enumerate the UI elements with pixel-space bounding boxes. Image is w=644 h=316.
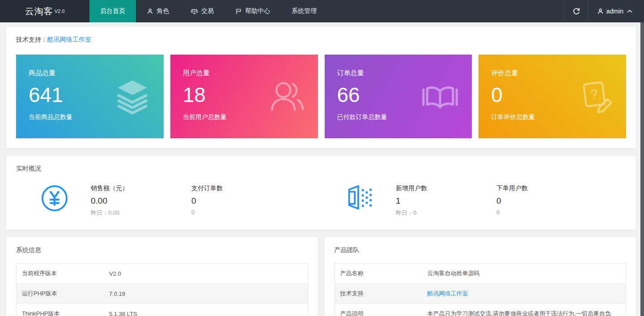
product-team-table: 产品名称 云淘客自动抢单源码 技术支持 酷讯网络工作室 产品说明 本产品只为学习… — [335, 263, 627, 316]
stat-value: 1 — [396, 196, 458, 206]
menu-item-roles[interactable]: 角色 — [136, 0, 180, 22]
user-icon — [597, 8, 604, 15]
stat-label: 新增用户数 — [396, 184, 458, 192]
door-dots-icon — [346, 184, 373, 212]
stat-sub: 0 — [191, 209, 254, 216]
refresh-button[interactable] — [565, 0, 588, 22]
menu-label: 后台首页 — [100, 7, 125, 15]
realtime-sales-half: 销售额（元） 0.00 昨日：0.00 支付订单数 0 0 — [16, 184, 321, 217]
review-pencil-icon: ? — [575, 79, 614, 115]
layers-icon — [113, 79, 152, 115]
tech-support-line: 技术支持：酷讯网络工作室 — [16, 36, 626, 44]
row-label: 当前程序版本 — [17, 264, 104, 284]
flag-icon — [235, 8, 242, 15]
stat-paid-orders: 支付订单数 0 0 — [191, 184, 254, 216]
card-subtitle: 订单评价总数量 — [491, 113, 614, 121]
row-value: 云淘客自动抢单源码 — [422, 264, 626, 284]
menu-label: 角色 — [157, 7, 169, 15]
realtime-title: 实时概况 — [16, 165, 626, 173]
stat-sub: 昨日：0 — [396, 209, 458, 217]
menu-item-trade[interactable]: 交易 — [180, 0, 225, 22]
tech-support-link[interactable]: 酷讯网络工作室 — [47, 36, 91, 43]
refresh-icon — [572, 7, 580, 15]
app-title: 云淘客 — [25, 5, 53, 17]
person-icon — [147, 8, 153, 15]
row-label: 产品说明 — [335, 304, 422, 316]
stat-card-orders: 订单总量 66 已付款订单总数量 — [325, 55, 472, 138]
menu-label: 系统管理 — [292, 7, 317, 15]
top-navbar: 云淘客 V2.0 后台首页 角色 交易 — [0, 0, 644, 22]
card-title: 订单总量 — [337, 69, 460, 77]
menu-item-home[interactable]: 后台首页 — [89, 0, 136, 22]
system-info-table: 当前程序版本 V2.0 运行PHP版本 7.0.19 ThinkPHP版本 5.… — [16, 263, 308, 316]
scales-icon — [191, 8, 198, 15]
card-title: 商品总量 — [29, 69, 151, 77]
stat-value: 0 — [191, 196, 254, 206]
open-book-icon — [420, 79, 460, 115]
username: admin — [606, 8, 623, 15]
overview-panel: 技术支持：酷讯网络工作室 商品总量 641 当前商品总数量 用户总量 — [6, 27, 636, 148]
page-content: 技术支持：酷讯网络工作室 商品总量 641 当前商品总数量 用户总量 — [6, 27, 636, 316]
row-value: 本产品只为学习测试交流,请勿要做商业或者用于违法行为,一切后果自负 — [422, 304, 626, 316]
menu-label: 交易 — [201, 7, 214, 15]
card-subtitle: 当前商品总数量 — [29, 113, 151, 121]
stat-label: 下单用户数 — [496, 184, 559, 192]
stat-label: 销售额（元） — [91, 184, 153, 192]
stat-sub: 昨日：0.00 — [91, 209, 153, 217]
system-info-panel: 系统信息 当前程序版本 V2.0 运行PHP版本 7.0.19 ThinkPHP… — [6, 237, 318, 316]
stat-card-reviews: 评价总量 0 订单评价总数量 ? — [479, 55, 626, 138]
table-row: 当前程序版本 V2.0 — [17, 264, 308, 284]
card-subtitle: 已付款订单总数量 — [337, 113, 460, 121]
chevron-up-icon — [627, 9, 632, 13]
stat-ordering-users: 下单用户数 0 0 — [496, 184, 559, 216]
app-logo: 云淘客 V2.0 — [0, 0, 89, 22]
navbar-right: admin — [565, 0, 644, 22]
realtime-stats-row: 销售额（元） 0.00 昨日：0.00 支付订单数 0 0 — [16, 184, 626, 217]
stat-new-users: 新增用户数 1 昨日：0 — [396, 184, 458, 217]
table-row: 技术支持 酷讯网络工作室 — [335, 284, 626, 304]
table-row: 产品名称 云淘客自动抢单源码 — [335, 264, 626, 284]
stat-value: 0.00 — [91, 196, 153, 206]
menu-label: 帮助中心 — [245, 7, 270, 15]
stat-cards-row: 商品总量 641 当前商品总数量 用户总量 18 当前用户总数量 — [16, 55, 626, 138]
yuan-circle-icon — [41, 184, 68, 212]
stat-sales: 销售额（元） 0.00 昨日：0.00 — [91, 184, 153, 217]
product-support-link[interactable]: 酷讯网络工作室 — [427, 290, 468, 297]
stat-value: 0 — [496, 196, 559, 206]
product-team-panel: 产品团队 产品名称 云淘客自动抢单源码 技术支持 酷讯网络工作室 产品说明 本产… — [325, 237, 636, 316]
stat-sub: 0 — [496, 209, 559, 216]
table-row: 产品说明 本产品只为学习测试交流,请勿要做商业或者用于违法行为,一切后果自负 — [335, 304, 626, 316]
realtime-users-half: 新增用户数 1 昨日：0 下单用户数 0 0 — [321, 184, 626, 217]
svg-text:?: ? — [590, 86, 599, 102]
stat-card-users: 用户总量 18 当前用户总数量 — [170, 55, 318, 138]
row-value: 7.0.19 — [104, 284, 308, 304]
system-info-title: 系统信息 — [16, 246, 308, 254]
row-label: ThinkPHP版本 — [17, 304, 104, 316]
row-label: 技术支持 — [335, 284, 422, 304]
row-value: 5.1.38 LTS — [104, 304, 308, 316]
row-label: 产品名称 — [335, 264, 422, 284]
tech-support-label: 技术支持： — [16, 36, 47, 43]
stat-card-products: 商品总量 641 当前商品总数量 — [16, 55, 164, 138]
stat-label: 支付订单数 — [191, 184, 254, 192]
card-title: 用户总量 — [183, 69, 305, 77]
realtime-panel: 实时概况 销售额（元） 0.00 昨日：0.00 — [6, 156, 636, 230]
user-menu[interactable]: admin — [588, 0, 644, 22]
vertical-scrollbar[interactable] — [640, 22, 644, 316]
users-icon — [267, 78, 306, 115]
table-row: ThinkPHP版本 5.1.38 LTS — [17, 304, 308, 316]
row-value: V2.0 — [104, 264, 308, 284]
menu-item-system-admin[interactable]: 系统管理 — [281, 0, 327, 22]
table-row: 运行PHP版本 7.0.19 — [17, 284, 308, 304]
main-menu: 后台首页 角色 交易 — [89, 0, 327, 22]
product-team-title: 产品团队 — [335, 246, 627, 254]
bottom-row: 系统信息 当前程序版本 V2.0 运行PHP版本 7.0.19 ThinkPHP… — [6, 237, 636, 316]
menu-item-help-center[interactable]: 帮助中心 — [225, 0, 281, 22]
card-title: 评价总量 — [491, 69, 614, 77]
app-version: V2.0 — [55, 9, 65, 14]
row-label: 运行PHP版本 — [17, 284, 104, 304]
